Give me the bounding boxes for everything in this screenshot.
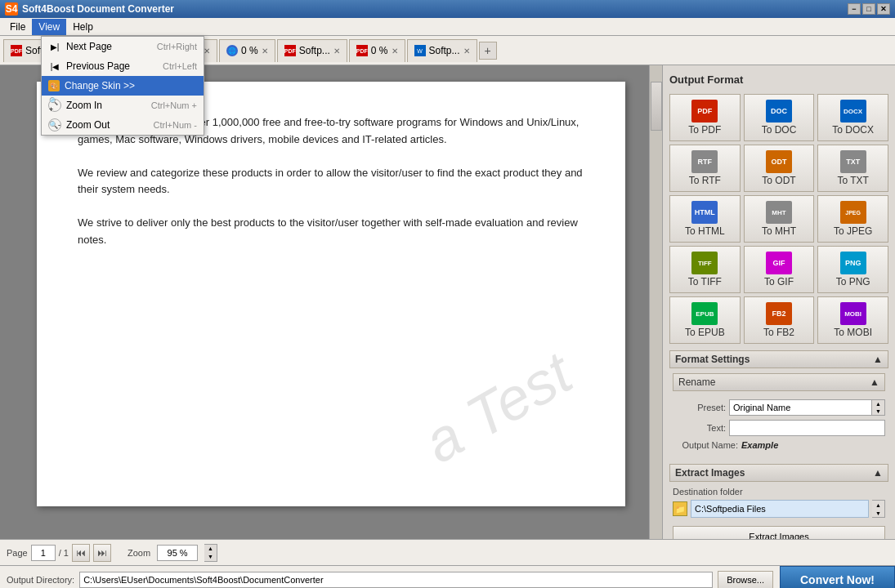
menu-view[interactable]: View [32, 19, 66, 35]
menu-bar: File View Help [0, 18, 895, 36]
extract-images-button[interactable]: Extract Images [673, 526, 885, 539]
tab4-icon: 🌐 [226, 45, 238, 56]
png-label: To PNG [836, 276, 870, 287]
format-docx[interactable]: DOCX To DOCX [817, 94, 888, 141]
first-page-button[interactable]: ⏮ [72, 544, 90, 562]
panel-title: Output Format [669, 72, 888, 87]
add-tab-button[interactable]: + [479, 42, 497, 60]
page-number-input[interactable] [31, 545, 56, 561]
zoom-spinner[interactable]: ▲ ▼ [204, 544, 217, 562]
tab5-label: Softp... [299, 45, 330, 56]
docx-label: To DOCX [832, 124, 874, 136]
preset-up-arrow[interactable]: ▲ [872, 400, 884, 408]
format-jpeg[interactable]: JPEG To JPEG [817, 195, 888, 243]
dest-up-arrow[interactable]: ▲ [872, 501, 884, 509]
prev-page-label: Previous Page [66, 60, 130, 72]
preset-input[interactable] [729, 399, 872, 416]
preset-control-wrapper: ▲ ▼ [729, 399, 885, 416]
format-txt[interactable]: TXT To TXT [817, 145, 888, 192]
preset-spinner[interactable]: ▲ ▼ [872, 399, 885, 416]
extract-images-label: Extract Images [675, 467, 745, 479]
minimize-button[interactable]: − [848, 3, 861, 15]
tab-6[interactable]: PDF 0 % ✕ [349, 39, 405, 62]
doc-icon: DOC [766, 100, 792, 122]
rename-collapse: ▲ [870, 376, 879, 388]
format-settings-label: Format Settings [675, 354, 750, 365]
extract-images-content: Destination folder 📁 C:\Softpedia Files … [669, 487, 888, 539]
extract-images-header[interactable]: Extract Images ▲ [669, 464, 888, 482]
pdf-icon: PDF [691, 100, 718, 122]
html-label: To HTML [685, 225, 725, 237]
skin-icon: 🎨 [48, 80, 60, 91]
tab7-close[interactable]: ✕ [463, 47, 470, 56]
format-fb2[interactable]: FB2 To FB2 [744, 296, 815, 344]
browse-button[interactable]: Browse... [718, 571, 773, 589]
gif-icon: GIF [766, 252, 792, 274]
next-page-label: Next Page [66, 41, 112, 52]
prev-page-shortcut: Ctrl+Left [163, 61, 197, 71]
menu-change-skin[interactable]: 🎨 Change Skin >> [42, 76, 204, 96]
format-gif[interactable]: GIF To GIF [744, 246, 815, 293]
png-icon: PNG [840, 252, 866, 274]
prev-page-icon: |◀ [48, 60, 61, 73]
tab6-icon: PDF [356, 45, 368, 56]
format-odt[interactable]: ODT To ODT [744, 145, 815, 192]
view-dropdown-menu: ▶| Next Page Ctrl+Right |◀ Previous Page… [41, 36, 204, 136]
txt-icon: TXT [840, 150, 866, 173]
format-doc[interactable]: DOC To DOC [744, 94, 815, 141]
format-rtf[interactable]: RTF To RTF [669, 145, 741, 192]
rename-header[interactable]: Rename ▲ [673, 373, 885, 391]
tab-7[interactable]: W Softp... ✕ [407, 39, 477, 62]
tab4-close[interactable]: ✕ [262, 47, 268, 56]
tab7-icon: W [414, 45, 426, 56]
dest-down-arrow[interactable]: ▼ [872, 509, 884, 517]
doc-label: To DOC [762, 124, 797, 136]
mht-icon: MHT [766, 201, 792, 224]
dest-folder-row: 📁 C:\Softpedia Files ▲ ▼ [673, 500, 885, 518]
title-bar: S4 Soft4Boost Document Converter − □ ✕ [0, 0, 895, 18]
last-page-button[interactable]: ⏭ [93, 544, 111, 562]
para-3: We strive to deliver only the best produ… [78, 215, 584, 249]
format-html[interactable]: HTML To HTML [669, 195, 741, 243]
main-area: Softpedia is a library of over 1,000,000… [0, 65, 895, 539]
convert-now-button[interactable]: Convert Now! [780, 566, 895, 588]
jpeg-label: To JPEG [834, 225, 872, 237]
output-dir-bar: Output Directory: Browse... Convert Now! [0, 565, 895, 588]
zoom-up-arrow[interactable]: ▲ [204, 545, 217, 553]
format-pdf[interactable]: PDF To PDF [669, 94, 741, 141]
menu-next-page[interactable]: ▶| Next Page Ctrl+Right [42, 37, 204, 56]
tab-5[interactable]: PDF Softp... ✕ [277, 39, 347, 62]
tab-4[interactable]: 🌐 0 % ✕ [219, 39, 275, 62]
right-panel: Output Format PDF To PDF DOC To DOC DOCX… [662, 65, 895, 539]
tab5-icon: PDF [284, 45, 296, 56]
rename-label: Rename [678, 376, 715, 388]
format-png[interactable]: PNG To PNG [817, 246, 888, 293]
format-tiff[interactable]: TIFF To TIFF [669, 246, 741, 293]
output-dir-input[interactable] [79, 572, 713, 588]
menu-help[interactable]: Help [66, 19, 100, 35]
menu-prev-page[interactable]: |◀ Previous Page Ctrl+Left [42, 56, 204, 76]
menu-file[interactable]: File [3, 19, 32, 35]
zoom-input[interactable] [157, 545, 198, 561]
vertical-scrollbar[interactable] [649, 65, 662, 539]
text-input[interactable] [729, 420, 885, 436]
format-mobi[interactable]: MOBI To MOBI [817, 296, 888, 344]
format-settings-header[interactable]: Format Settings ▲ [669, 350, 888, 368]
scrollbar-thumb[interactable] [651, 82, 662, 131]
bottom-bar: Page / 1 ⏮ ⏭ Zoom ▲ ▼ [0, 539, 895, 565]
jpeg-icon: JPEG [840, 201, 866, 224]
zoom-down-arrow[interactable]: ▼ [204, 553, 217, 561]
close-button[interactable]: ✕ [877, 3, 890, 15]
menu-zoom-out[interactable]: 🔍- Zoom Out Ctrl+Num - [42, 115, 204, 135]
menu-zoom-in[interactable]: 🔍+ Zoom In Ctrl+Num + [42, 96, 204, 115]
preset-down-arrow[interactable]: ▼ [872, 408, 884, 415]
dest-folder-label: Destination folder [673, 487, 885, 497]
format-epub[interactable]: EPUB To EPUB [669, 296, 741, 344]
format-mht[interactable]: MHT To MHT [744, 195, 815, 243]
tab5-close[interactable]: ✕ [333, 47, 340, 56]
tab6-close[interactable]: ✕ [392, 47, 398, 56]
maximize-button[interactable]: □ [862, 3, 875, 15]
dest-spinner[interactable]: ▲ ▼ [872, 500, 885, 518]
tab3-close[interactable]: ✕ [204, 47, 210, 56]
epub-icon: EPUB [691, 302, 718, 325]
